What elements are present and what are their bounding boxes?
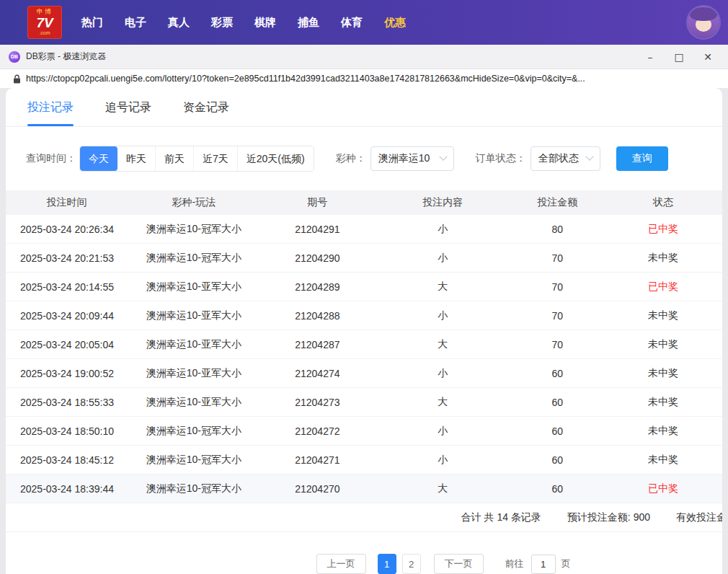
nav-item-hot[interactable]: 热门 <box>71 0 114 45</box>
bet-time-cell: 2025-03-24 18:50:10 <box>6 425 128 437</box>
play-type-cell: 澳洲幸运10-亚军大小 <box>128 309 260 322</box>
avatar-hair-shape <box>690 7 717 21</box>
time-range-group: 今天 昨天 前天 近7天 近20天(低频) <box>79 146 314 172</box>
status-cell: 未中奖 <box>604 338 722 351</box>
lottery-type-select[interactable]: 澳洲幸运10 <box>370 146 454 171</box>
summary-row: 合计 共 14 条记录 预计投注金额: 900 有效投注金额 <box>6 503 722 532</box>
bet-content-cell: 小 <box>375 223 511 236</box>
header-bet-time: 投注时间 <box>6 196 128 209</box>
status-cell: 已中奖 <box>604 223 722 236</box>
next-page-button[interactable]: 下一页 <box>434 554 484 574</box>
play-type-cell: 澳洲幸运10-亚军大小 <box>128 396 260 409</box>
goto-page-label: 前往 <box>505 557 524 570</box>
bet-content-cell: 小 <box>375 252 511 265</box>
site-logo[interactable]: 申博 7V .com <box>27 6 62 39</box>
play-type-cell: 澳洲幸运10-冠军大小 <box>128 454 260 467</box>
issue-cell: 21204270 <box>260 483 375 495</box>
bet-time-cell: 2025-03-24 19:00:52 <box>6 368 128 379</box>
time-option-yesterday[interactable]: 昨天 <box>117 146 155 171</box>
header-issue-number: 期号 <box>260 196 375 209</box>
query-button[interactable]: 查询 <box>616 146 668 171</box>
tab-fund-records[interactable]: 资金记录 <box>183 88 229 126</box>
bet-time-cell: 2025-03-24 20:21:53 <box>6 252 128 264</box>
page-card: 投注记录 追号记录 资金记录 查询时间： 今天 昨天 前天 近7天 近20天(低… <box>6 88 722 574</box>
status-cell: 未中奖 <box>604 396 722 409</box>
window-controls: – □ ✕ <box>636 47 722 67</box>
play-type-cell: 澳洲幸运10-亚军大小 <box>128 281 260 293</box>
issue-cell: 21204287 <box>260 339 375 350</box>
bet-content-cell: 小 <box>375 309 511 322</box>
tab-bet-records[interactable]: 投注记录 <box>27 88 74 126</box>
header-bet-amount: 投注金额 <box>511 196 604 209</box>
play-type-cell: 澳洲幸运10-冠军大小 <box>128 252 260 265</box>
bet-time-cell: 2025-03-24 20:14:55 <box>6 281 128 293</box>
lock-icon <box>13 74 21 84</box>
bet-amount-cell: 70 <box>511 281 604 293</box>
logo-text-sub: .com <box>39 30 50 36</box>
table-row: 2025-03-24 19:00:52 澳洲幸运10-亚军大小 21204274… <box>6 359 722 388</box>
status-cell: 未中奖 <box>604 425 722 438</box>
status-cell: 未中奖 <box>604 309 722 322</box>
bet-time-cell: 2025-03-24 18:45:12 <box>6 454 128 466</box>
bet-amount-cell: 60 <box>511 454 604 466</box>
status-cell: 未中奖 <box>604 454 722 467</box>
time-option-20days[interactable]: 近20天(低频) <box>237 146 314 171</box>
page-unit-label: 页 <box>561 557 571 570</box>
play-type-cell: 澳洲幸运10-亚军大小 <box>128 338 260 351</box>
chevron-down-icon <box>439 153 447 161</box>
total-records-text: 合计 共 14 条记录 <box>461 511 541 524</box>
prev-page-button[interactable]: 上一页 <box>316 554 366 574</box>
issue-cell: 21204289 <box>260 281 375 293</box>
page-number-1[interactable]: 1 <box>378 554 396 574</box>
bet-content-cell: 大 <box>375 482 511 495</box>
order-status-select[interactable]: 全部状态 <box>531 146 600 171</box>
bet-time-cell: 2025-03-24 18:39:44 <box>6 483 128 495</box>
table-row: 2025-03-24 20:09:44 澳洲幸运10-亚军大小 21204288… <box>6 301 722 330</box>
time-option-today[interactable]: 今天 <box>80 146 117 171</box>
issue-cell: 21204290 <box>260 252 375 264</box>
bet-content-cell: 大 <box>375 396 511 409</box>
table-row: 2025-03-24 20:26:34 澳洲幸运10-冠军大小 21204291… <box>6 215 722 244</box>
maximize-icon[interactable]: □ <box>665 47 693 67</box>
nav-item-lottery[interactable]: 彩票 <box>200 0 244 45</box>
user-avatar[interactable] <box>688 6 719 38</box>
nav-item-sports[interactable]: 体育 <box>330 0 373 45</box>
bet-amount-cell: 60 <box>511 397 604 408</box>
bet-content-cell: 小 <box>375 425 511 438</box>
page-background: 投注记录 追号记录 资金记录 查询时间： 今天 昨天 前天 近7天 近20天(低… <box>0 88 728 574</box>
url-text[interactable]: https://ctopcp02pcali.uengi5e.com/lotter… <box>26 74 585 84</box>
order-status-value: 全部状态 <box>538 152 579 165</box>
nav-item-electronic[interactable]: 电子 <box>114 0 157 45</box>
close-icon[interactable]: ✕ <box>693 47 722 67</box>
time-option-day-before[interactable]: 前天 <box>155 146 193 171</box>
bet-amount-cell: 60 <box>511 368 604 379</box>
play-type-cell: 澳洲幸运10-冠军大小 <box>128 425 260 438</box>
issue-cell: 21204272 <box>260 425 375 437</box>
play-type-cell: 澳洲幸运10-冠军大小 <box>128 223 260 236</box>
browser-titlebar: DB DB彩票 - 极速浏览器 – □ ✕ <box>0 45 728 69</box>
table-row: 2025-03-24 20:05:04 澳洲幸运10-亚军大小 21204287… <box>6 330 722 359</box>
filter-bar: 查询时间： 今天 昨天 前天 近7天 近20天(低频) 彩种： 澳洲幸运10 订… <box>26 146 722 172</box>
header-play-type: 彩种-玩法 <box>128 196 260 209</box>
valid-bet-amount-text: 有效投注金额 <box>676 511 722 524</box>
chevron-down-icon <box>585 153 593 161</box>
page-number-2[interactable]: 2 <box>402 554 421 574</box>
status-cell: 未中奖 <box>604 367 722 380</box>
nav-item-board-games[interactable]: 棋牌 <box>244 0 287 45</box>
tab-chase-records[interactable]: 追号记录 <box>105 88 151 126</box>
nav-item-live[interactable]: 真人 <box>157 0 200 45</box>
nav-item-fishing[interactable]: 捕鱼 <box>287 0 330 45</box>
bet-time-cell: 2025-03-24 20:26:34 <box>6 224 128 235</box>
browser-addressbar[interactable]: https://ctopcp02pcali.uengi5e.com/lotter… <box>0 69 728 88</box>
issue-cell: 21204273 <box>260 397 375 408</box>
nav-item-promotions[interactable]: 优惠 <box>373 0 417 45</box>
time-option-7days[interactable]: 近7天 <box>193 146 237 171</box>
bet-amount-cell: 70 <box>511 252 604 264</box>
play-type-cell: 澳洲幸运10-冠军大小 <box>128 482 260 495</box>
goto-page-input[interactable] <box>531 555 556 574</box>
table-row: 2025-03-24 18:50:10 澳洲幸运10-冠军大小 21204272… <box>6 417 722 446</box>
query-time-label: 查询时间： <box>26 152 76 165</box>
status-cell: 已中奖 <box>604 281 722 293</box>
minimize-icon[interactable]: – <box>636 47 665 67</box>
order-status-label: 订单状态： <box>476 152 526 165</box>
